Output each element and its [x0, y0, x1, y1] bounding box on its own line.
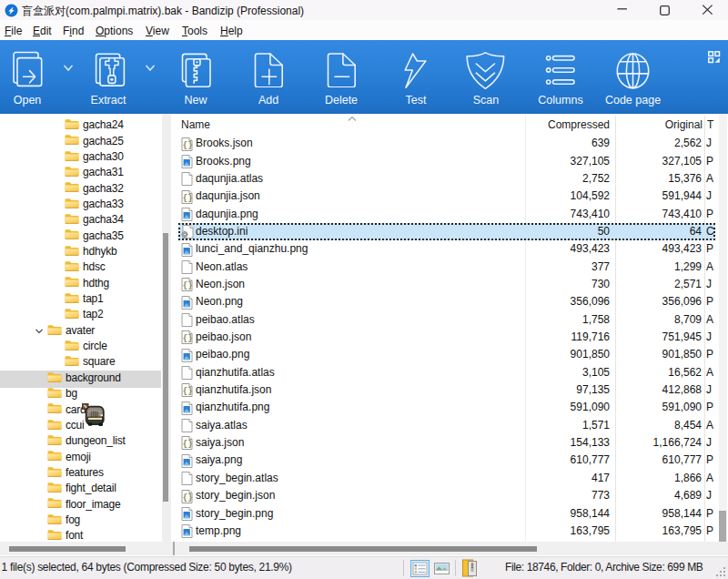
svg-text:{}: {}	[183, 334, 193, 343]
svg-text:{}: {}	[183, 440, 193, 449]
svg-text:{}: {}	[183, 387, 193, 396]
svg-text:{}: {}	[183, 194, 193, 203]
svg-text:{}: {}	[183, 493, 193, 503]
svg-text:{}: {}	[183, 141, 193, 150]
svg-text:{}: {}	[183, 281, 193, 290]
